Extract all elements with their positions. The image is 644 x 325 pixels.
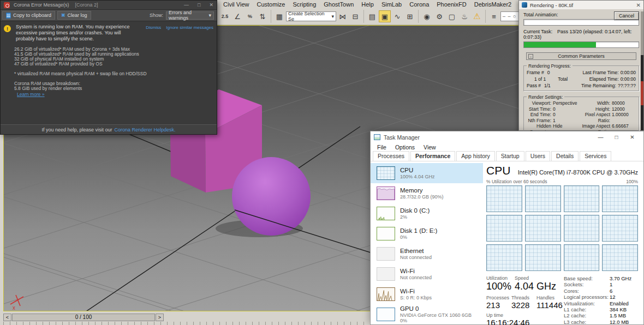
schematic-view-icon[interactable]: ⊞ [404, 10, 416, 22]
menu-customize[interactable]: Customize [253, 1, 289, 8]
time-remaining-label: Time Remaining: [581, 82, 616, 89]
detail-value: 1 [610, 281, 612, 287]
named-selection-set-combo[interactable]: Create Selection Se ▾ [286, 11, 336, 21]
warning-icon: ! [4, 25, 11, 32]
clear-x-icon: ✖ [61, 13, 65, 18]
frame-count: 1 of 1 [534, 76, 546, 82]
time-slider-next-button[interactable]: > [156, 314, 164, 321]
angle-snap-icon[interactable]: ∠ [231, 10, 243, 22]
toolbar-separator [363, 10, 364, 23]
message-filter-select[interactable]: Errors and warnings ▾ [166, 11, 214, 20]
ram-detail-line: 47 GiB of virtualized* RAM provided by O… [14, 62, 213, 67]
clear-log-button[interactable]: ✖ Clear log [57, 11, 91, 20]
rendering-titlebar[interactable]: Rendering - 80K.tif ✕ [519, 1, 643, 9]
minimize-icon[interactable]: — [184, 2, 189, 8]
sidebar-item-gpu0[interactable]: GPU 0 NVIDIA GeForce GTX 1060 6GB 0% [371, 304, 483, 324]
toolbar-separator [418, 10, 419, 23]
minimize-icon[interactable]: — [593, 134, 609, 140]
mirror-icon[interactable]: ⋈ [337, 10, 349, 22]
setting-label: Pixel Aspect Ratio: [581, 112, 610, 123]
cancel-button[interactable]: Cancel [614, 11, 639, 20]
menu-simlab[interactable]: SimLab [378, 1, 406, 8]
sidebar-item-disk0[interactable]: Disk 0 (C:)2% [371, 203, 483, 224]
menu-debrismaker2[interactable]: DebrisMaker2 [470, 1, 515, 8]
render-setup-icon[interactable]: ⚙ [433, 10, 445, 22]
handles-label: Handles [536, 295, 554, 300]
sidebar-item-wifi-disconnected[interactable]: Wi-FiNot connected [371, 264, 483, 284]
menu-phoenixfd[interactable]: PhoenixFD [433, 1, 470, 8]
sidebar-item-cpu[interactable]: CPU100% 4.04 GHz [371, 163, 483, 183]
menu-options[interactable]: Options [391, 144, 419, 151]
close-icon[interactable]: ✕ [624, 134, 640, 140]
sidebar-item-subtitle: S: 0 R: 0 Kbps [400, 295, 432, 301]
layer-list-icon[interactable]: ≡ [488, 10, 500, 22]
copy-to-clipboard-button[interactable]: Copy to clipboard [2, 11, 55, 20]
core-graph [602, 215, 638, 242]
combo-dropdown-icon[interactable]: ▾ [331, 14, 334, 19]
utilization-value: 100% [486, 281, 515, 292]
ignore-similar-link[interactable]: Ignore similar messages [166, 25, 213, 30]
utilization-axis-max: 100% [626, 179, 638, 184]
maximize-icon[interactable]: □ [198, 2, 200, 8]
sphere-object[interactable] [232, 157, 311, 236]
corona-dialog-titlebar[interactable]: Corona Error Message(s) [Corona 2] — □ ✕ [1, 1, 217, 10]
time-slider-prev-button[interactable]: < [3, 314, 11, 321]
rendered-frame-window-icon[interactable]: ▢ [446, 10, 458, 22]
sidebar-item-wifi[interactable]: Wi-FiS: 0 R: 0 Kbps [371, 284, 483, 304]
graph-editors-icon[interactable]: ∿ [391, 10, 403, 22]
vertical-scrollbar[interactable] [641, 11, 643, 130]
collapse-icon[interactable]: - [528, 54, 533, 59]
tab-startup[interactable]: Startup [496, 151, 524, 161]
learn-more-link[interactable]: Learn more » [17, 92, 213, 97]
utilization-label: Utilization [486, 275, 515, 281]
render-warning-icon[interactable]: ⚠ [471, 10, 483, 22]
time-slider[interactable]: 0 / 100 [12, 314, 155, 321]
sidebar-item-ethernet[interactable]: EthernetNot connected [371, 244, 483, 264]
tab-services[interactable]: Services [580, 151, 611, 161]
tab-users[interactable]: Users [526, 151, 550, 161]
menu-file[interactable]: File [373, 144, 391, 151]
edit-named-selection-sets-icon[interactable]: ▦ [273, 10, 285, 22]
sidebar-item-memory[interactable]: Memory28.7/32.0 GB (90%) [371, 183, 483, 203]
menu-civil-view[interactable]: Civil View [219, 1, 253, 8]
tab-app-history[interactable]: App history [456, 151, 495, 161]
setting-label: Start Time: [527, 106, 551, 112]
rendering-window-title: Rendering - 80K.tif [530, 2, 573, 8]
helpdesk-link[interactable]: Corona Renderer Helpdesk. [115, 127, 176, 133]
spinner-snap-icon[interactable]: ⇅ [257, 10, 269, 22]
task-manager-titlebar[interactable]: Task Manager — □ ✕ [371, 131, 643, 143]
sidebar-item-subtitle: 2% [400, 214, 430, 220]
layer-explorer-icon[interactable]: ▣ [379, 10, 391, 22]
common-parameters-rollout[interactable]: - Common Parameters [526, 52, 636, 60]
uptime-label: Up time [486, 312, 503, 318]
material-editor-icon[interactable]: ◉ [421, 10, 433, 22]
tab-performance[interactable]: Performance [410, 151, 455, 161]
sidebar-item-disk1[interactable]: Disk 1 (D: E:)0% [371, 224, 483, 244]
align-icon[interactable]: ⊟ [349, 10, 361, 22]
render-production-icon[interactable]: ♨ [458, 10, 470, 22]
menu-view[interactable]: View [419, 144, 440, 151]
close-icon[interactable]: ✕ [209, 2, 213, 8]
menu-ghosttown[interactable]: GhostTown [320, 1, 357, 8]
sidebar-item-title: CPU [400, 167, 435, 174]
current-task-label: Current Task: [523, 29, 552, 34]
detail-value: 6 [610, 288, 612, 294]
scrollbar-thumb[interactable] [641, 81, 643, 105]
cpu-stats: Utilization Speed 100% 4.04 GHz Processe… [486, 275, 562, 325]
snaps-toggle-icon[interactable]: 2.5 [219, 10, 231, 22]
setting-value: 0 [553, 106, 581, 112]
dismiss-link[interactable]: Dismiss [146, 25, 161, 30]
current-task-progressbar [523, 41, 639, 48]
logical-processors-grid[interactable] [486, 185, 638, 271]
menu-help[interactable]: Help [357, 1, 378, 8]
percent-snap-icon[interactable]: % [244, 10, 256, 22]
scene-explorer-icon[interactable]: ▤ [366, 10, 378, 22]
tab-processes[interactable]: Processes [373, 151, 409, 161]
menu-corona[interactable]: Corona [406, 1, 433, 8]
close-icon[interactable]: ✕ [636, 2, 641, 8]
last-frame-time-value: 0:00:00 [621, 69, 636, 76]
tab-details[interactable]: Details [551, 151, 579, 161]
maximize-icon[interactable]: □ [609, 134, 624, 140]
group-legend: Render Settings: [527, 94, 564, 100]
menu-scripting[interactable]: Scripting [289, 1, 320, 8]
